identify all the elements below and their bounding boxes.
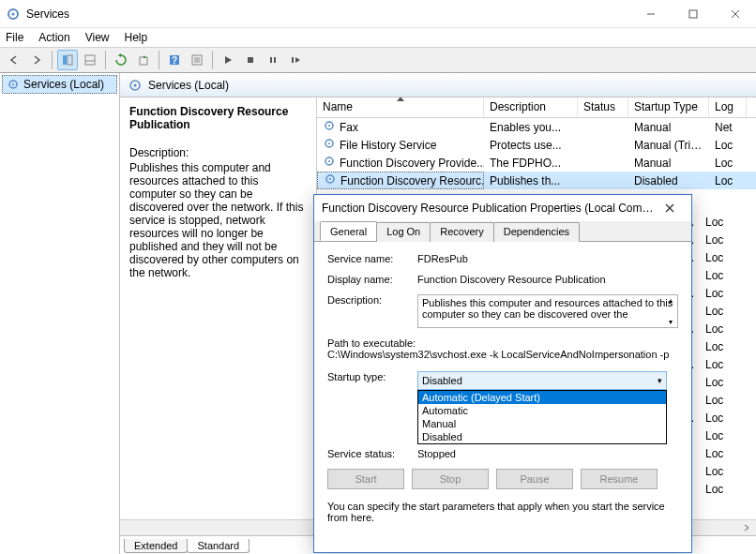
- panel-header-label: Services (Local): [148, 79, 229, 92]
- svc-logon: Loc: [700, 447, 737, 460]
- lbl-path: Path to executable:: [327, 337, 678, 349]
- svc-logon: Loc: [700, 287, 737, 300]
- detail-panel: Function Discovery Resource Publication …: [120, 97, 317, 535]
- properties-dialog: Function Discovery Resource Publication …: [313, 194, 692, 553]
- menu-file[interactable]: File: [6, 31, 23, 44]
- svg-point-28: [328, 142, 330, 144]
- titlebar: Services: [0, 0, 756, 28]
- svc-logon: Loc: [709, 157, 747, 170]
- dialog-close-button[interactable]: [656, 198, 684, 218]
- val-display-name: Function Discovery Resource Publication: [417, 274, 678, 285]
- menu-action[interactable]: Action: [38, 31, 69, 44]
- svc-name: Fax: [340, 121, 358, 134]
- table-row[interactable]: FaxEnables you...ManualNet: [317, 118, 756, 136]
- pause-button[interactable]: Pause: [496, 469, 573, 489]
- svc-name: Function Discovery Provide...: [340, 157, 484, 170]
- tab-general[interactable]: General: [320, 221, 377, 241]
- gear-icon: [128, 78, 143, 93]
- dropdown-option[interactable]: Disabled: [418, 430, 666, 443]
- gear-icon: [7, 78, 20, 91]
- svc-type: Manual: [628, 157, 709, 170]
- col-name[interactable]: Name: [317, 97, 484, 117]
- lbl-startup-type: Startup type:: [327, 371, 417, 390]
- svg-rect-7: [68, 55, 72, 65]
- svg-rect-3: [689, 10, 697, 18]
- back-button[interactable]: [4, 50, 24, 70]
- startup-type-select[interactable]: Disabled ▾: [417, 371, 667, 390]
- svc-logon: Loc: [700, 322, 737, 336]
- stop-button[interactable]: Stop: [412, 469, 489, 489]
- svc-logon: Net: [709, 121, 747, 134]
- minimize-button[interactable]: [629, 0, 672, 28]
- col-status[interactable]: Status: [578, 97, 628, 117]
- description-box[interactable]: Publishes this computer and resources at…: [417, 294, 678, 328]
- svc-logon: Loc: [700, 305, 737, 318]
- tab-extended[interactable]: Extended: [124, 539, 188, 553]
- list-rows: FaxEnables you...ManualNetFile History S…: [317, 118, 756, 189]
- table-row[interactable]: Function Discovery Resourc...Publishes t…: [317, 172, 756, 189]
- scroll-down-icon[interactable]: ▾: [665, 318, 676, 326]
- tab-standard[interactable]: Standard: [187, 539, 249, 553]
- gear-icon: [324, 172, 337, 188]
- dropdown-option[interactable]: Automatic (Delayed Start): [418, 391, 666, 404]
- start-service-button[interactable]: [218, 50, 238, 70]
- properties-button[interactable]: [187, 50, 207, 70]
- svg-point-26: [328, 125, 330, 127]
- show-tree-button[interactable]: [57, 50, 78, 70]
- svg-rect-17: [248, 57, 253, 63]
- close-button[interactable]: [714, 0, 756, 28]
- tab-dependencies[interactable]: Dependencies: [493, 222, 580, 242]
- menubar: File Action View Help: [0, 28, 756, 47]
- forward-button[interactable]: [26, 50, 47, 70]
- services-app-icon: [6, 7, 21, 22]
- gear-icon: [323, 155, 336, 171]
- col-description[interactable]: Description: [484, 97, 578, 117]
- svc-logon: Loc: [700, 216, 737, 229]
- svc-logon: Loc: [700, 483, 737, 496]
- resume-button[interactable]: Resume: [581, 469, 658, 489]
- start-button[interactable]: Start: [327, 469, 404, 489]
- svc-logon: Loc: [709, 174, 747, 187]
- col-startup-type[interactable]: Startup Type: [628, 97, 709, 117]
- control-buttons: Start Stop Pause Resume: [327, 469, 678, 489]
- maximize-button[interactable]: [672, 0, 714, 28]
- refresh-button[interactable]: [111, 50, 131, 70]
- lbl-display-name: Display name:: [327, 274, 417, 285]
- tree-root[interactable]: Services (Local): [2, 75, 117, 94]
- col-logon[interactable]: Log: [709, 97, 747, 117]
- dropdown-option[interactable]: Automatic: [418, 404, 666, 417]
- svc-logon: Loc: [700, 251, 737, 264]
- selected-service-title: Function Discovery Resource Publication: [129, 105, 307, 131]
- scroll-right-icon[interactable]: [738, 521, 754, 535]
- menu-view[interactable]: View: [85, 31, 110, 44]
- svc-type: Disabled: [628, 174, 709, 187]
- svc-name: File History Service: [340, 139, 436, 152]
- start-params-hint: You can specify the start parameters tha…: [327, 501, 678, 523]
- tab-logon[interactable]: Log On: [376, 222, 431, 242]
- val-service-name: FDResPub: [417, 253, 678, 264]
- export-button[interactable]: [133, 50, 154, 70]
- table-row[interactable]: Function Discovery Provide...The FDPHO..…: [317, 154, 756, 172]
- svg-rect-6: [63, 55, 67, 65]
- svg-rect-18: [270, 57, 272, 63]
- table-row[interactable]: File History ServiceProtects use...Manua…: [317, 136, 756, 154]
- lbl-service-status: Service status:: [327, 448, 417, 459]
- pause-service-button[interactable]: [263, 50, 283, 70]
- scroll-up-icon[interactable]: ▴: [665, 296, 676, 305]
- detail-pane-button[interactable]: [80, 50, 100, 70]
- stop-service-button[interactable]: [240, 50, 261, 70]
- tab-recovery[interactable]: Recovery: [430, 222, 493, 242]
- startup-dropdown[interactable]: Automatic (Delayed Start)AutomaticManual…: [417, 390, 667, 444]
- restart-service-button[interactable]: [285, 50, 306, 70]
- menu-help[interactable]: Help: [125, 31, 148, 44]
- tree-panel: Services (Local): [0, 73, 120, 554]
- val-description: Publishes this computer and resources at…: [422, 297, 673, 320]
- svg-rect-8: [85, 55, 95, 65]
- lbl-service-name: Service name:: [327, 253, 417, 264]
- svg-point-1: [12, 12, 15, 15]
- panel-header: Services (Local): [120, 73, 756, 97]
- list-header: Name Description Status Startup Type Log: [317, 97, 756, 118]
- lbl-description: Description:: [327, 294, 417, 328]
- dropdown-option[interactable]: Manual: [418, 417, 666, 430]
- help-button[interactable]: ?: [164, 50, 185, 70]
